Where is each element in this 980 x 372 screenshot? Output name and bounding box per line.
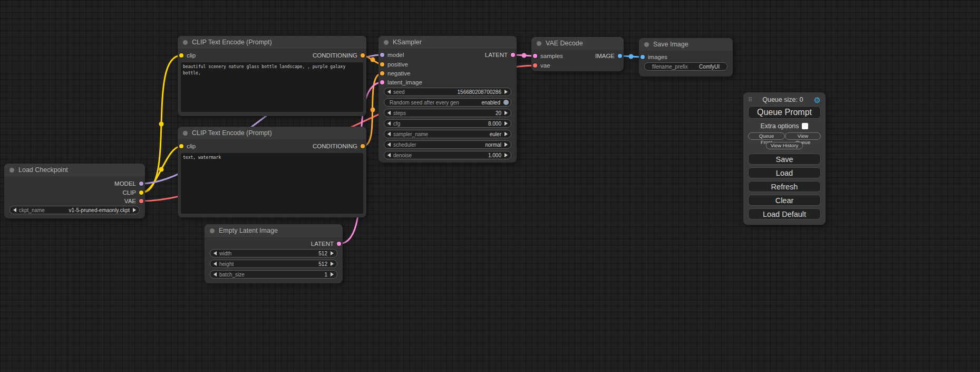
node-header[interactable]: VAE Decode [531, 37, 624, 50]
increment-arrow-icon[interactable] [504, 142, 508, 147]
node-load-checkpoint[interactable]: Load Checkpoint MODEL CLIP VAE ckpt_name… [4, 164, 145, 218]
node-ksampler[interactable]: KSampler model LATENT positive negative … [379, 36, 517, 163]
output-slot-clip: CLIP [4, 189, 145, 196]
decrement-arrow-icon[interactable] [387, 132, 391, 136]
connection-dot-positive-input[interactable] [380, 62, 384, 66]
connection-dot-image-output[interactable] [618, 54, 622, 58]
decrement-arrow-icon[interactable] [214, 272, 217, 276]
gear-icon[interactable]: ⚙ [814, 96, 821, 104]
collapse-dot-icon[interactable] [644, 42, 649, 47]
node-empty-latent-image[interactable]: Empty Latent Image LATENT width 512 heig… [205, 224, 343, 283]
node-title: Load Checkpoint [4, 164, 145, 176]
widget-denoise[interactable]: denoise 1.000 [384, 151, 511, 159]
decrement-arrow-icon[interactable] [214, 262, 217, 266]
decrement-arrow-icon[interactable] [13, 208, 16, 212]
connection-dot-negative-input[interactable] [380, 71, 384, 75]
widget-steps[interactable]: steps 20 [384, 109, 511, 117]
widget-scheduler[interactable]: scheduler normal [384, 140, 511, 149]
collapse-dot-icon[interactable] [183, 40, 188, 45]
graph-canvas[interactable]: Load Checkpoint MODEL CLIP VAE ckpt_name… [0, 0, 980, 372]
widget-label: filename_prefix [652, 64, 688, 70]
widget-cfg[interactable]: cfg 8.000 [384, 119, 511, 128]
connection-dot-latent-output[interactable] [337, 242, 341, 246]
connection-dot-conditioning-output[interactable] [361, 53, 365, 58]
increment-arrow-icon[interactable] [504, 121, 508, 126]
connection-dot-conditioning-output[interactable] [361, 144, 365, 148]
collapse-dot-icon[interactable] [537, 41, 541, 46]
widget-value: 512 [318, 251, 327, 256]
node-save-image[interactable]: Save Image images filename_prefix ComfyU… [639, 38, 733, 77]
widget-sampler-name[interactable]: sampler_name euler [384, 130, 511, 138]
slot-row: samples IMAGE [531, 52, 624, 60]
node-clip-text-encode-positive[interactable]: CLIP Text Encode (Prompt) clip CONDITION… [178, 36, 366, 116]
collapse-dot-icon[interactable] [9, 168, 14, 173]
queue-front-button[interactable]: Queue Front [748, 132, 785, 140]
widget-width[interactable]: width 512 [210, 249, 337, 257]
node-header[interactable]: KSampler [379, 36, 517, 49]
collapse-dot-icon[interactable] [210, 228, 215, 233]
save-button[interactable]: Save [748, 154, 821, 165]
increment-arrow-icon[interactable] [331, 272, 334, 276]
widget-label: ckpt_name [19, 207, 45, 213]
node-vae-decode[interactable]: VAE Decode samples IMAGE vae [531, 37, 624, 71]
node-header[interactable]: Empty Latent Image [205, 224, 343, 237]
queue-panel: ⠿ Queue size: 0 ⚙ Queue Prompt Extra opt… [743, 92, 826, 225]
connection-dot-vae-input[interactable] [533, 63, 537, 68]
positive-prompt-textarea[interactable]: beautiful scenery nature glass bottle la… [181, 62, 363, 112]
widget-random-seed[interactable]: Random seed after every gen enabled [384, 98, 511, 107]
link-dot [371, 108, 375, 112]
slot-label-image: IMAGE [531, 52, 624, 60]
slot-label-conditioning: CONDITIONING [178, 142, 366, 150]
slot-label: CLIP [4, 189, 145, 196]
widget-height[interactable]: height 512 [210, 260, 337, 268]
toggle-icon[interactable] [503, 100, 509, 105]
connection-dot-images-input[interactable] [641, 55, 645, 59]
view-history-button[interactable]: View History [766, 142, 803, 149]
increment-arrow-icon[interactable] [504, 153, 508, 157]
node-header[interactable]: Save Image [639, 38, 733, 51]
increment-arrow-icon[interactable] [504, 111, 508, 115]
refresh-button[interactable]: Refresh [748, 181, 821, 192]
connection-dot-model[interactable] [139, 182, 143, 186]
increment-arrow-icon[interactable] [331, 251, 334, 255]
clear-button[interactable]: Clear [748, 195, 821, 206]
decrement-arrow-icon[interactable] [387, 121, 391, 126]
widget-seed[interactable]: seed 156680208700286 [384, 88, 511, 96]
drag-handle-icon[interactable]: ⠿ [748, 97, 752, 103]
widget-batch-size[interactable]: batch_size 1 [210, 270, 337, 279]
node-clip-text-encode-negative[interactable]: CLIP Text Encode (Prompt) clip CONDITION… [178, 127, 366, 217]
node-header[interactable]: CLIP Text Encode (Prompt) [178, 36, 366, 49]
extra-options-checkbox[interactable] [802, 123, 808, 129]
widget-label: scheduler [393, 142, 416, 148]
widget-ckpt-name[interactable]: ckpt_name v1-5-pruned-emaonly.ckpt [9, 206, 140, 214]
widget-label: width [219, 251, 231, 256]
increment-arrow-icon[interactable] [504, 90, 508, 94]
widget-value: 8.000 [488, 121, 501, 127]
widget-value: v1-5-pruned-emaonly.ckpt [69, 207, 130, 213]
collapse-dot-icon[interactable] [384, 40, 389, 45]
decrement-arrow-icon[interactable] [387, 153, 391, 157]
widget-label: steps [393, 110, 406, 116]
connection-dot-latent-image-input[interactable] [380, 80, 384, 84]
decrement-arrow-icon[interactable] [387, 90, 391, 94]
slot-row: negative [379, 70, 517, 77]
connection-dot-clip[interactable] [139, 190, 143, 195]
decrement-arrow-icon[interactable] [214, 251, 217, 255]
increment-arrow-icon[interactable] [331, 262, 334, 266]
decrement-arrow-icon[interactable] [387, 111, 391, 115]
collapse-dot-icon[interactable] [183, 131, 188, 136]
increment-arrow-icon[interactable] [133, 208, 136, 212]
negative-prompt-textarea[interactable]: text, watermark [181, 153, 363, 214]
decrement-arrow-icon[interactable] [387, 142, 391, 147]
load-button[interactable]: Load [748, 167, 821, 178]
connection-dot-latent-output[interactable] [511, 53, 515, 57]
queue-prompt-button[interactable]: Queue Prompt [748, 106, 821, 119]
node-header[interactable]: Load Checkpoint [4, 164, 145, 176]
slot-label: LATENT [205, 240, 343, 247]
increment-arrow-icon[interactable] [504, 132, 508, 136]
view-queue-button[interactable]: View Queue [785, 132, 821, 140]
widget-filename-prefix[interactable]: filename_prefix ComfyUI [644, 62, 727, 71]
node-header[interactable]: CLIP Text Encode (Prompt) [178, 127, 366, 139]
load-default-button[interactable]: Load Default [748, 208, 821, 220]
connection-dot-vae[interactable] [139, 199, 143, 203]
